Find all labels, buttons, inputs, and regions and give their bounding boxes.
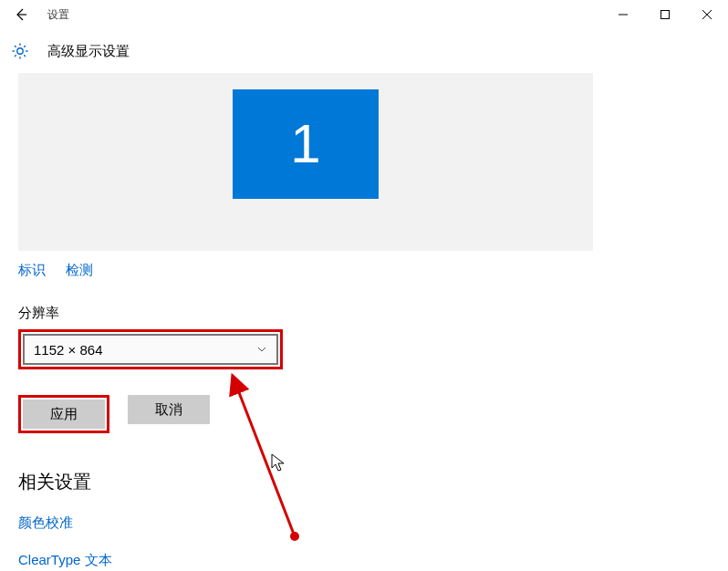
arrow-left-icon <box>14 7 28 22</box>
apply-button[interactable]: 应用 <box>23 400 105 429</box>
svg-point-5 <box>17 48 23 54</box>
window-title: 设置 <box>47 7 69 23</box>
preview-links: 标识 检测 <box>18 262 602 279</box>
detect-link[interactable]: 检测 <box>66 262 93 279</box>
content: 1 标识 检测 分辨率 1152 × 864 应用 取消 相关设置 颜色校准 C… <box>0 73 620 571</box>
svg-rect-2 <box>661 11 670 19</box>
chevron-down-icon <box>256 344 267 355</box>
close-icon <box>702 10 712 19</box>
window-controls <box>602 0 728 29</box>
button-row: 应用 取消 <box>18 395 602 433</box>
monitor-1[interactable]: 1 <box>233 89 379 199</box>
resolution-value: 1152 × 864 <box>34 342 103 358</box>
minimize-button[interactable] <box>602 0 644 29</box>
related-settings-title: 相关设置 <box>18 470 602 494</box>
page-title: 高级显示设置 <box>47 43 130 60</box>
cleartype-link[interactable]: ClearType 文本 <box>18 552 602 569</box>
apply-highlight: 应用 <box>18 395 109 433</box>
resolution-dropdown[interactable]: 1152 × 864 <box>23 334 278 365</box>
minimize-icon <box>619 10 628 19</box>
color-calibration-link[interactable]: 颜色校准 <box>18 514 602 532</box>
close-button[interactable] <box>686 0 728 29</box>
page-header: 高级显示设置 <box>0 29 728 73</box>
gear-icon <box>11 42 29 60</box>
monitor-number: 1 <box>290 112 320 175</box>
cancel-button[interactable]: 取消 <box>128 395 210 424</box>
content-scroll[interactable]: 1 标识 检测 分辨率 1152 × 864 应用 取消 相关设置 颜色校准 C… <box>0 73 728 571</box>
title-bar: 设置 <box>0 0 728 29</box>
maximize-icon <box>660 10 670 19</box>
resolution-highlight: 1152 × 864 <box>18 329 283 369</box>
resolution-label: 分辨率 <box>18 305 602 322</box>
maximize-button[interactable] <box>644 0 686 29</box>
identify-link[interactable]: 标识 <box>18 262 46 279</box>
back-button[interactable] <box>0 0 42 29</box>
display-preview-area: 1 <box>18 73 593 251</box>
